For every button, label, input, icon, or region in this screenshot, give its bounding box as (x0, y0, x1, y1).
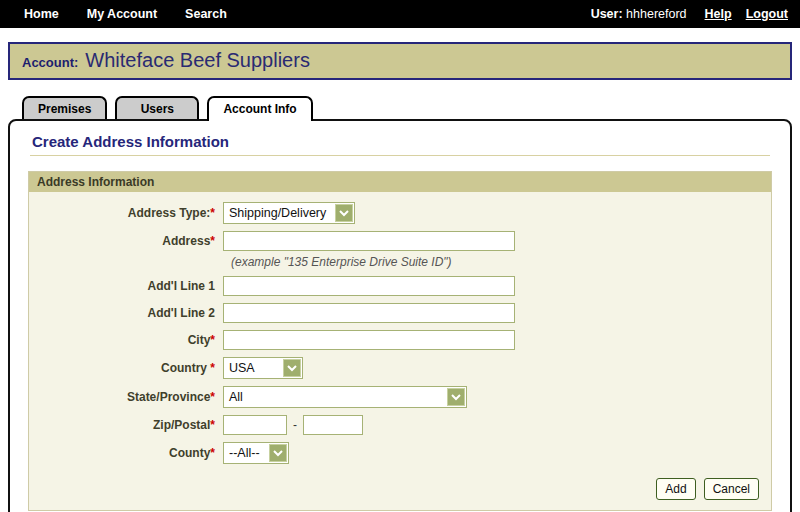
chevron-down-icon[interactable] (269, 444, 287, 462)
zip-ext-input[interactable] (303, 415, 363, 435)
tab-users[interactable]: Users (115, 96, 199, 119)
required-asterisk: * (210, 390, 215, 404)
address-type-label: Address Type:* (41, 206, 223, 220)
addl-line-1-input[interactable] (223, 276, 515, 296)
nav-home-link[interactable]: Home (24, 7, 59, 21)
county-value: --All-- (224, 446, 268, 460)
address-type-label-text: Address Type: (128, 206, 210, 220)
nav-search-link[interactable]: Search (185, 7, 227, 21)
account-name: Whiteface Beef Suppliers (85, 49, 310, 72)
county-label-text: County (169, 446, 210, 460)
required-asterisk: * (210, 418, 215, 432)
country-row: Country * USA (41, 357, 759, 379)
form-actions: Add Cancel (41, 478, 759, 500)
tab-account-info[interactable]: Account Info (207, 96, 312, 121)
address-type-select[interactable]: Shipping/Delivery (223, 202, 355, 224)
top-nav-bar: Home My Account Search User: hhhereford … (0, 0, 800, 28)
username: hhhereford (626, 7, 686, 21)
required-asterisk: * (210, 446, 215, 460)
account-header-banner: Account: Whiteface Beef Suppliers (8, 42, 792, 80)
help-link[interactable]: Help (705, 7, 732, 21)
state-province-row: State/Province* All (41, 386, 759, 408)
zip-input[interactable] (223, 415, 287, 435)
account-label: Account: (22, 55, 78, 70)
state-province-value: All (224, 390, 446, 404)
county-select[interactable]: --All-- (223, 442, 289, 464)
tab-premises[interactable]: Premises (22, 96, 107, 119)
required-asterisk: * (210, 361, 215, 375)
logout-link[interactable]: Logout (746, 7, 788, 21)
required-asterisk: * (210, 206, 215, 220)
add-button[interactable]: Add (656, 478, 695, 500)
zip-postal-row: Zip/Postal* - (41, 415, 759, 435)
zip-postal-label: Zip/Postal* (41, 418, 223, 432)
nav-my-account-link[interactable]: My Account (87, 7, 157, 21)
top-nav-links: Home My Account Search (24, 7, 227, 21)
address-example-hint: (example "135 Enterprise Drive Suite ID"… (231, 255, 759, 269)
city-row: City* (41, 330, 759, 350)
section-title: Address Information (29, 172, 771, 192)
address-information-box: Address Information Address Type:* Shipp… (28, 171, 772, 511)
addl-line-2-row: Add'l Line 2 (41, 303, 759, 323)
zip-postal-label-text: Zip/Postal (153, 418, 210, 432)
title-divider (30, 155, 770, 156)
addl-line-1-label-text: Add'l Line 1 (147, 279, 215, 293)
addl-line-2-label-text: Add'l Line 2 (147, 306, 215, 320)
addl-line-2-label: Add'l Line 2 (41, 306, 223, 320)
required-asterisk: * (210, 333, 215, 347)
cancel-button[interactable]: Cancel (704, 478, 759, 500)
city-input[interactable] (223, 330, 515, 350)
county-row: County* --All-- (41, 442, 759, 464)
account-info-panel: Create Address Information Address Infor… (8, 119, 792, 512)
required-asterisk: * (210, 234, 215, 248)
state-province-select[interactable]: All (223, 386, 467, 408)
address-type-value: Shipping/Delivery (224, 206, 334, 220)
chevron-down-icon[interactable] (283, 359, 301, 377)
country-select[interactable]: USA (223, 357, 303, 379)
country-label: Country * (41, 361, 223, 375)
address-label: Address* (41, 234, 223, 248)
address-type-row: Address Type:* Shipping/Delivery (41, 202, 759, 224)
page-title: Create Address Information (32, 133, 772, 150)
address-input[interactable] (223, 231, 515, 251)
addl-line-1-row: Add'l Line 1 (41, 276, 759, 296)
chevron-down-icon[interactable] (335, 204, 353, 222)
addl-line-2-input[interactable] (223, 303, 515, 323)
country-label-text: Country (161, 361, 210, 375)
user-label: User: (591, 7, 623, 21)
address-row: Address* (41, 231, 759, 251)
address-form: Address Type:* Shipping/Delivery Address… (29, 192, 771, 510)
user-status: User: hhhereford (591, 7, 687, 21)
county-label: County* (41, 446, 223, 460)
state-province-label-text: State/Province (127, 390, 210, 404)
addl-line-1-label: Add'l Line 1 (41, 279, 223, 293)
address-label-text: Address (162, 234, 210, 248)
top-nav-user-area: User: hhhereford Help Logout (591, 7, 788, 21)
zip-separator: - (293, 418, 297, 432)
state-province-label: State/Province* (41, 390, 223, 404)
city-label-text: City (188, 333, 211, 347)
city-label: City* (41, 333, 223, 347)
chevron-down-icon[interactable] (447, 388, 465, 406)
tab-bar: Premises Users Account Info (22, 96, 800, 119)
country-value: USA (224, 361, 282, 375)
